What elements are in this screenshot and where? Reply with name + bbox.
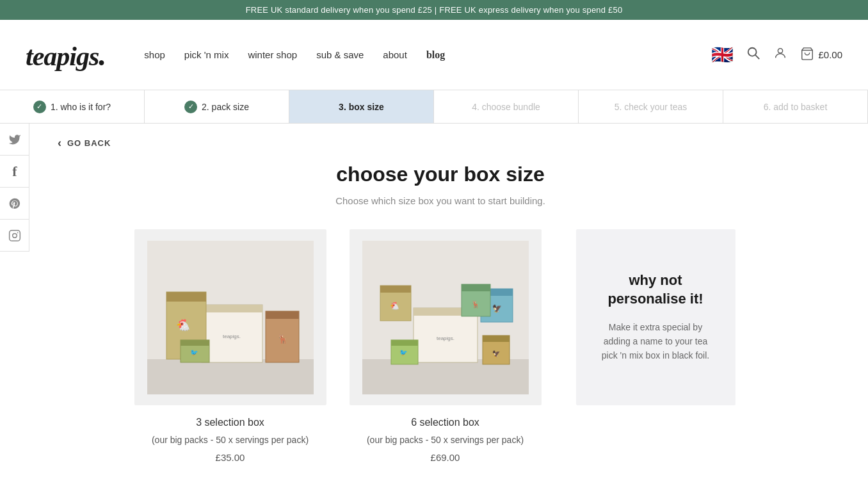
nav-shop[interactable]: shop bbox=[144, 49, 165, 60]
svg-rect-12 bbox=[166, 292, 206, 302]
step-6-add-to-basket: 6. add to basket bbox=[723, 90, 868, 123]
banner-text: FREE UK standard delivery when you spend… bbox=[246, 5, 623, 15]
cart-icon bbox=[800, 47, 814, 63]
svg-rect-32 bbox=[462, 284, 490, 291]
svg-text:🦌: 🦌 bbox=[471, 300, 480, 309]
facebook-icon[interactable]: f bbox=[0, 156, 29, 188]
svg-text:teapigs.: teapigs. bbox=[436, 335, 454, 341]
product-image-3-box: 🐔 🦌 🐦 teapigs. bbox=[134, 229, 326, 405]
svg-text:🐔: 🐔 bbox=[176, 318, 191, 332]
personalise-card: why not personalise it! Make it extra sp… bbox=[576, 229, 735, 405]
instagram-icon[interactable] bbox=[0, 220, 29, 252]
step-4-choose-bundle: 4. choose bundle bbox=[434, 90, 579, 123]
product-1-name: 3 selection box bbox=[134, 417, 326, 428]
svg-rect-18 bbox=[181, 340, 209, 346]
site-logo[interactable]: teapigs. bbox=[26, 37, 106, 72]
product-1-price: £35.00 bbox=[134, 452, 326, 463]
svg-text:🐦: 🐦 bbox=[190, 348, 198, 357]
svg-point-6 bbox=[17, 232, 19, 233]
svg-text:🐔: 🐔 bbox=[389, 301, 399, 311]
product-card-3-box[interactable]: 🐔 🦌 🐦 teapigs. 3 selection box (ou bbox=[134, 229, 326, 463]
nav-about[interactable]: about bbox=[383, 49, 407, 60]
step-3-label: 3. box size bbox=[339, 102, 384, 112]
cart-price: £0.00 bbox=[818, 49, 842, 60]
step-1-check-icon: ✓ bbox=[33, 101, 46, 113]
nav-winter-shop[interactable]: winter shop bbox=[248, 49, 297, 60]
nav-pick-n-mix[interactable]: pick 'n mix bbox=[184, 49, 229, 60]
main-navigation: shop pick 'n mix winter shop sub & save … bbox=[144, 49, 711, 61]
page-title: choose your box size bbox=[51, 163, 830, 186]
step-4-label: 4. choose bundle bbox=[472, 102, 540, 112]
step-5-label: 5. check your teas bbox=[615, 102, 687, 112]
account-icon[interactable] bbox=[773, 46, 787, 64]
pinterest-icon[interactable] bbox=[0, 188, 29, 220]
svg-text:🦅: 🦅 bbox=[492, 303, 501, 313]
svg-rect-15 bbox=[266, 311, 299, 319]
step-2-label: 2. pack size bbox=[202, 102, 249, 112]
product-1-desc: (our big packs - 50 x servings per pack) bbox=[134, 433, 326, 447]
product-2-desc: (our big packs - 50 x servings per pack) bbox=[350, 433, 542, 447]
site-header: teapigs. shop pick 'n mix winter shop su… bbox=[0, 20, 868, 90]
steps-navigation: ✓ 1. who is it for? ✓ 2. pack size 3. bo… bbox=[0, 90, 868, 124]
svg-point-5 bbox=[13, 233, 17, 238]
products-grid: 🐔 🦌 🐦 teapigs. 3 selection box (ou bbox=[51, 229, 830, 463]
language-flag-icon[interactable]: 🇬🇧 bbox=[711, 44, 734, 65]
cart-section[interactable]: £0.00 bbox=[800, 47, 842, 63]
product-image-6-box: 🐔 🦅 🦌 🦅 bbox=[350, 229, 542, 405]
svg-text:🦅: 🦅 bbox=[492, 350, 501, 358]
product-2-name: 6 selection box bbox=[350, 417, 542, 428]
svg-rect-10 bbox=[202, 305, 262, 312]
main-content: f ‹ GO BACK choose your box size Choose … bbox=[0, 124, 868, 489]
step-1-who-is-it-for[interactable]: ✓ 1. who is it for? bbox=[0, 90, 145, 123]
social-sidebar: f bbox=[0, 124, 29, 252]
go-back-arrow-icon: ‹ bbox=[58, 136, 62, 150]
svg-text:🦌: 🦌 bbox=[277, 334, 288, 344]
step-5-check-your-teas: 5. check your teas bbox=[579, 90, 723, 123]
svg-line-1 bbox=[756, 55, 760, 59]
step-6-label: 6. add to basket bbox=[764, 102, 828, 112]
nav-sub-save[interactable]: sub & save bbox=[316, 49, 364, 60]
go-back-label: GO BACK bbox=[67, 138, 111, 148]
svg-point-0 bbox=[748, 47, 757, 56]
twitter-icon[interactable] bbox=[0, 124, 29, 156]
svg-rect-8 bbox=[147, 359, 314, 394]
personalise-title: why not personalise it! bbox=[595, 271, 716, 308]
go-back-button[interactable]: ‹ GO BACK bbox=[58, 136, 830, 150]
svg-text:🐦: 🐦 bbox=[399, 348, 408, 357]
step-2-check-icon: ✓ bbox=[184, 101, 197, 113]
svg-rect-4 bbox=[10, 230, 20, 241]
page-body: ‹ GO BACK choose your box size Choose wh… bbox=[0, 124, 868, 489]
product-card-6-box[interactable]: 🐔 🦅 🦌 🦅 bbox=[350, 229, 542, 463]
step-2-pack-size[interactable]: ✓ 2. pack size bbox=[145, 90, 289, 123]
nav-blog[interactable]: blog bbox=[426, 49, 445, 61]
svg-rect-38 bbox=[391, 340, 418, 346]
svg-text:teapigs.: teapigs. bbox=[222, 334, 240, 339]
product-2-price: £69.00 bbox=[350, 452, 542, 463]
page-subtitle: Choose which size box you want to start … bbox=[51, 195, 830, 206]
svg-point-2 bbox=[778, 48, 783, 53]
svg-rect-35 bbox=[483, 335, 510, 342]
search-icon[interactable] bbox=[746, 46, 760, 64]
step-3-box-size[interactable]: 3. box size bbox=[289, 90, 434, 123]
step-1-label: 1. who is it for? bbox=[51, 102, 111, 112]
personalise-wrapper: why not personalise it! Make it extra sp… bbox=[565, 229, 747, 463]
promo-banner: FREE UK standard delivery when you spend… bbox=[0, 0, 868, 20]
header-right-actions: 🇬🇧 £0.00 bbox=[711, 44, 842, 65]
personalise-description: Make it extra special by adding a name t… bbox=[595, 320, 716, 363]
svg-rect-26 bbox=[380, 286, 411, 293]
